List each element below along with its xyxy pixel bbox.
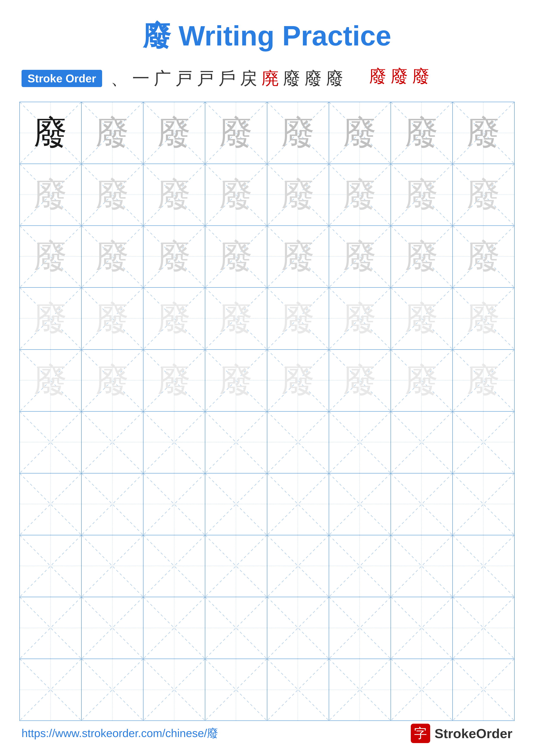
svg-line-86	[205, 412, 267, 473]
svg-line-104	[267, 473, 329, 535]
grid-cell-r5c1: 廢	[20, 350, 82, 412]
empty-r8c8[interactable]	[453, 535, 515, 597]
char-r2c3: 廢	[158, 178, 191, 211]
title-text: Writing Practice	[171, 20, 391, 51]
empty-r6c2[interactable]	[82, 412, 143, 473]
empty-r7c6[interactable]	[329, 473, 391, 535]
grid-cell-r1c8: 廢	[453, 102, 515, 164]
char-r1c1: 廢	[34, 116, 67, 149]
svg-line-145	[20, 659, 81, 720]
footer: https://www.strokeorder.com/chinese/廢 字 …	[0, 724, 534, 743]
grid-cell-r5c6: 廢	[329, 350, 391, 412]
grid-cell-r2c1: 廢	[20, 164, 82, 226]
char-r5c3: 廢	[158, 364, 191, 397]
empty-r10c6[interactable]	[329, 659, 391, 721]
svg-line-106	[329, 473, 391, 535]
grid-cell-r4c4: 廢	[205, 288, 267, 350]
empty-r9c2[interactable]	[82, 597, 143, 659]
empty-r6c3[interactable]	[143, 412, 205, 473]
empty-r10c8[interactable]	[453, 659, 515, 721]
char-r5c7: 廢	[405, 364, 438, 397]
stroke-13: 廢	[389, 66, 410, 87]
empty-r6c6[interactable]	[329, 412, 391, 473]
empty-r10c1[interactable]	[20, 659, 82, 721]
char-r1c4: 廢	[219, 116, 253, 149]
svg-line-122	[329, 535, 391, 597]
stroke-10: 廢	[302, 68, 324, 89]
empty-r6c8[interactable]	[453, 412, 515, 473]
empty-r10c2[interactable]	[82, 659, 143, 721]
empty-r8c4[interactable]	[205, 535, 267, 597]
empty-r7c5[interactable]	[267, 473, 329, 535]
empty-r9c4[interactable]	[205, 597, 267, 659]
svg-line-108	[391, 473, 452, 535]
svg-line-94	[453, 412, 514, 473]
grid-cell-r1c4: 廢	[205, 102, 267, 164]
svg-line-89	[267, 412, 329, 473]
svg-line-101	[143, 473, 205, 535]
svg-line-133	[143, 597, 205, 659]
svg-line-124	[391, 535, 452, 597]
empty-r10c4[interactable]	[205, 659, 267, 721]
char-r3c6: 廢	[343, 240, 376, 273]
empty-r8c7[interactable]	[391, 535, 453, 597]
svg-line-143	[453, 597, 514, 659]
svg-line-103	[205, 473, 267, 535]
grid-cell-r4c6: 廢	[329, 288, 391, 350]
stroke-row-1: Stroke Order 、 一 广 戸 戸 戶 戻 廃 廢 廢 廢	[21, 68, 345, 89]
grid-cell-r4c3: 廢	[143, 288, 205, 350]
stroke-5: 戸	[195, 68, 216, 89]
empty-r8c5[interactable]	[267, 535, 329, 597]
empty-r9c8[interactable]	[453, 597, 515, 659]
grid-cell-r3c4: 廢	[205, 226, 267, 288]
grid-cell-r2c8: 廢	[453, 164, 515, 226]
empty-r8c6[interactable]	[329, 535, 391, 597]
empty-r10c7[interactable]	[391, 659, 453, 721]
char-r3c3: 廢	[158, 240, 191, 273]
empty-r9c7[interactable]	[391, 597, 453, 659]
empty-r8c2[interactable]	[82, 535, 143, 597]
grid-cell-r2c3: 廢	[143, 164, 205, 226]
title-char: 廢	[143, 20, 171, 51]
empty-r6c1[interactable]	[20, 412, 82, 473]
empty-r9c6[interactable]	[329, 597, 391, 659]
svg-line-139	[329, 597, 391, 659]
svg-line-140	[391, 597, 452, 659]
stroke-3: 广	[152, 68, 173, 89]
stroke-1: 、	[109, 68, 130, 89]
empty-r7c4[interactable]	[205, 473, 267, 535]
stroke-7: 戻	[238, 68, 259, 89]
empty-r10c5[interactable]	[267, 659, 329, 721]
char-r4c2: 廢	[96, 302, 129, 335]
stroke-8: 廃	[259, 68, 281, 89]
empty-r8c1[interactable]	[20, 535, 82, 597]
empty-r6c5[interactable]	[267, 412, 329, 473]
grid-cell-r1c2: 廢	[82, 102, 143, 164]
footer-url-link[interactable]: https://www.strokeorder.com/chinese/廢	[21, 726, 218, 741]
footer-logo-text: StrokeOrder	[435, 726, 513, 741]
svg-line-111	[453, 473, 514, 535]
svg-line-134	[205, 597, 267, 659]
char-r5c6: 廢	[343, 364, 376, 397]
empty-r7c2[interactable]	[82, 473, 143, 535]
svg-line-156	[391, 659, 452, 720]
empty-r9c3[interactable]	[143, 597, 205, 659]
empty-r6c7[interactable]	[391, 412, 453, 473]
svg-line-142	[453, 597, 514, 659]
svg-line-80	[20, 412, 81, 473]
empty-r8c3[interactable]	[143, 535, 205, 597]
grid-cell-r4c8: 廢	[453, 288, 515, 350]
empty-r7c1[interactable]	[20, 473, 82, 535]
empty-r7c7[interactable]	[391, 473, 453, 535]
svg-line-155	[329, 659, 391, 720]
empty-r10c3[interactable]	[143, 659, 205, 721]
empty-r7c8[interactable]	[453, 473, 515, 535]
empty-r6c4[interactable]	[205, 412, 267, 473]
empty-r7c3[interactable]	[143, 473, 205, 535]
grid-cell-r5c3: 廢	[143, 350, 205, 412]
svg-line-84	[143, 412, 205, 473]
svg-line-119	[205, 535, 267, 597]
empty-r9c1[interactable]	[20, 597, 82, 659]
svg-line-146	[82, 659, 143, 720]
empty-r9c5[interactable]	[267, 597, 329, 659]
